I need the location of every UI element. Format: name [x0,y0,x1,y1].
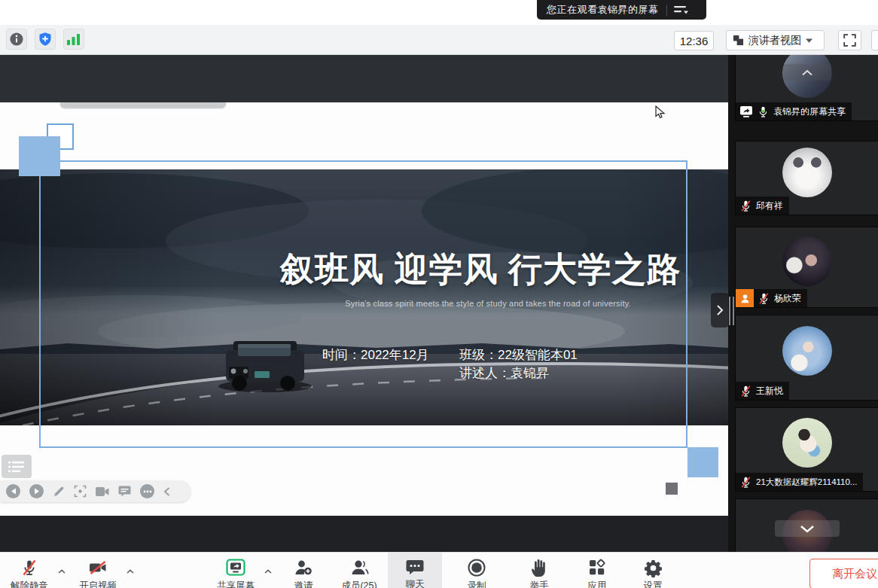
avatar [782,418,832,468]
video-options-chevron[interactable] [126,564,135,577]
start-video-button[interactable]: 开启视频 [71,553,125,588]
avatar [782,236,832,286]
network-quality-button[interactable] [63,29,84,50]
slide-list-button[interactable] [2,455,32,478]
watching-banner: 您正在观看袁锦昇的屏幕 [537,0,706,20]
participant-label: 邱有祥 [736,197,789,215]
screen-share-icon [739,105,753,117]
participant-tile[interactable]: 21大数据赵耀辉2114110... [736,408,878,491]
settings-label: 设置 [644,580,663,588]
mic-muted-icon [758,292,770,305]
apps-label: 应用 [588,580,607,588]
chat-icon [405,558,425,576]
members-label: 成员(25) [341,580,377,588]
participant-name: 王新悦 [756,385,783,398]
record-icon [467,558,486,577]
record-button[interactable]: 录制 [450,553,504,588]
avatar [782,148,832,197]
participants-sidebar: 袁锦昇的屏幕共享 邱有祥 [728,55,878,552]
meeting-top-toolbar: 12:36 演讲者视图 [0,25,878,55]
participant-tile-screen-share[interactable]: 袁锦昇的屏幕共享 [736,55,878,120]
start-video-label: 开启视频 [79,580,117,588]
view-mode-selector[interactable]: 演讲者视图 [726,30,825,50]
meeting-info-button[interactable] [6,29,27,50]
participant-name: 邱有祥 [756,200,783,212]
participant-name: 杨欣荣 [774,292,801,305]
next-slide-button[interactable] [29,484,44,498]
apps-button[interactable]: 应用 [570,553,624,588]
settings-button[interactable]: 设置 [626,553,680,588]
invite-label: 邀请 [294,580,313,588]
laser-focus-icon[interactable] [74,485,87,498]
slide-selection-border [39,160,687,448]
slide-decor-gray-square [666,483,678,495]
unmute-button[interactable]: 解除静音 [2,553,56,588]
participant-tile[interactable]: 邱有祥 [736,142,878,215]
chevron-right-icon [715,304,724,316]
mic-muted-icon [20,558,38,577]
settings-gear-icon [644,558,663,577]
members-button[interactable]: 成员(25) [332,553,386,588]
mouse-cursor [655,105,666,120]
chat-label: 聊天 [406,578,425,588]
invite-person-icon [294,558,313,577]
apps-icon [588,558,606,577]
chat-button[interactable]: 聊天 [388,553,442,588]
raise-hand-icon [530,558,548,577]
presentation-top-bar [0,55,728,102]
sidebar-toggle-button[interactable] [871,30,878,50]
expand-panel-button[interactable] [711,293,728,328]
slide-decor-blue-square-topleft [19,136,60,176]
security-button[interactable] [35,29,56,50]
share-screen-icon [226,558,245,577]
list-icon [8,461,25,473]
collapse-pill-icon[interactable] [163,487,170,496]
pen-icon[interactable] [53,486,65,498]
participant-label: 21大数据赵耀辉2114110... [736,473,863,491]
participant-name: 袁锦昇的屏幕共享 [773,105,846,118]
participant-tile[interactable]: 王新悦 [736,315,878,400]
raise-hand-label: 举手 [530,580,549,588]
share-screen-button[interactable]: 共享屏幕 [209,553,263,588]
meeting-window: 叙班风 迎学风 行大学之路 Syria's class spirit meets… [0,0,878,588]
record-label: 录制 [468,580,486,588]
chevron-down-icon [800,525,815,533]
participant-name: 21大数据赵耀辉2114110... [756,477,857,488]
participant-tile-partial[interactable] [736,499,878,552]
member-badge-icon [736,289,754,307]
camera-icon[interactable] [96,486,109,497]
participant-label: 王新悦 [736,382,789,400]
sidebar-resize-handle[interactable] [729,297,734,325]
previous-icon [11,488,17,495]
leave-meeting-button[interactable]: 离开会议 [809,559,878,588]
watching-banner-text: 您正在观看袁锦昇的屏幕 [537,3,659,17]
share-options-chevron[interactable] [264,564,273,577]
meeting-timer: 12:36 [674,31,714,50]
fullscreen-icon [843,34,856,47]
scroll-up-button[interactable] [783,64,831,81]
slide-decor-blue-square-bottomright [687,447,718,477]
share-screen-label: 共享屏幕 [217,580,255,588]
comment-icon[interactable] [118,486,131,497]
banner-menu-icon[interactable] [673,5,690,15]
layout-view-icon [733,35,744,46]
caret-down-icon [806,38,812,43]
raise-hand-button[interactable]: 举手 [512,553,566,588]
mic-active-icon [757,105,770,118]
avatar [782,326,832,376]
info-icon [9,32,24,47]
meeting-bottom-toolbar: 解除静音 开启视频 共享屏幕 邀请 [0,552,878,588]
shared-screen-area: 叙班风 迎学风 行大学之路 Syria's class spirit meets… [0,55,728,552]
more-tools-button[interactable] [140,484,154,498]
invite-button[interactable]: 邀请 [276,553,331,588]
fullscreen-button[interactable] [838,30,861,50]
audio-options-chevron[interactable] [57,564,66,577]
scroll-down-button[interactable] [775,520,840,537]
banner-divider [666,5,667,16]
participant-label: 袁锦昇的屏幕共享 [736,102,852,120]
slide-canvas: 叙班风 迎学风 行大学之路 Syria's class spirit meets… [0,102,728,516]
unmute-label: 解除静音 [11,580,48,588]
previous-slide-button[interactable] [6,484,20,498]
participant-tile[interactable]: 杨欣荣 [736,227,878,307]
network-signal-icon [66,32,81,46]
